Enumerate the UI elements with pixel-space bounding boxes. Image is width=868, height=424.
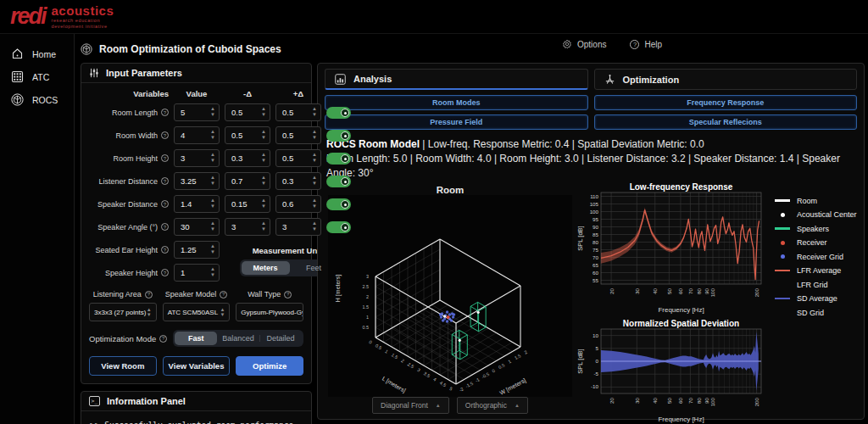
select-speaker-model[interactable]: ATC SCM50ASL▲▼ [163,303,231,321]
mode-option-balanced[interactable]: Balanced [217,332,259,345]
info-icon[interactable]: ? [284,291,292,298]
spinner-arrows[interactable]: ▲▼ [261,152,266,164]
spinner-arrows[interactable]: ▲▼ [312,129,317,141]
info-icon[interactable]: ? [161,246,169,254]
param-value-input[interactable]: 4▲▼ [174,126,220,144]
frequency-response-button[interactable]: Frequency Response [594,95,858,110]
info-icon[interactable]: ? [220,291,227,298]
legend-item-room[interactable]: Room [774,193,857,208]
param-value-input[interactable]: 1.4▲▼ [174,195,220,213]
bar-chart-icon [335,74,346,85]
svg-text:20: 20 [609,288,615,294]
spinner-arrows[interactable]: ▲▼ [312,198,317,209]
unit-option-meters[interactable]: Meters [242,261,290,275]
spinner-arrows[interactable]: ▲▼ [261,220,266,232]
info-icon[interactable]: ? [161,269,169,276]
param-value-input[interactable]: 1.25▲▼ [174,241,220,259]
spinner-arrows[interactable]: ▲▼ [210,220,215,232]
tab-optimization[interactable]: Optimization [594,69,858,90]
info-icon[interactable]: ? [161,154,169,162]
spinner-arrows[interactable]: ▲▼ [312,175,317,187]
spatial-deviation-chart[interactable]: 2030405060708090100200-10-50510Normalize… [576,318,765,424]
param-plus-delta-input[interactable]: 0.6▲▼ [275,195,321,213]
param-minus-delta-input[interactable]: 0.5▲▼ [225,126,270,144]
optimize-button[interactable]: Optimize [236,356,303,376]
svg-text:100: 100 [709,398,715,407]
spinner-arrows[interactable]: ▲▼ [210,152,215,164]
active-toggle[interactable] [326,221,351,233]
select-wall-type[interactable]: Gypsum-Plywood-Gyps▲▼ [236,303,303,321]
sidebar-item-rocs[interactable]: ROCS [0,88,74,111]
param-minus-delta-input[interactable]: 0.5▲▼ [225,103,270,121]
info-icon[interactable]: ? [161,177,169,185]
active-toggle[interactable] [326,130,351,142]
legend-item-lfr-grid[interactable]: LFR Grid [774,277,857,292]
param-minus-delta-input[interactable]: 0.15▲▼ [225,195,270,213]
field-value: 0.5 [282,108,293,117]
select-listening-area[interactable]: 3x3x3 (27 points)▲▼ [89,303,157,321]
info-icon[interactable]: ? [145,291,153,298]
spinner-arrows[interactable]: ▲▼ [210,106,215,118]
spinner-arrows[interactable]: ▲▼ [210,243,215,255]
room-modes-button[interactable]: Room Modes [325,95,588,110]
spinner-arrows[interactable]: ▲▼ [210,198,215,209]
param-plus-delta-input[interactable]: 0.5▲▼ [275,103,321,121]
param-value-input[interactable]: 5▲▼ [174,103,220,121]
options-button[interactable]: Options [562,39,606,49]
active-toggle[interactable] [326,198,351,210]
view-angle-select[interactable]: Diagonal Front▲ [372,397,449,414]
spinner-arrows[interactable]: ▲▼ [210,175,215,187]
spinner-arrows[interactable]: ▲▼ [261,198,266,209]
pressure-field-button[interactable]: Pressure Field [325,114,588,130]
spinner-arrows[interactable]: ▲▼ [312,152,317,164]
info-icon[interactable]: ? [161,200,169,208]
param-value-input[interactable]: 3.25▲▼ [174,172,220,190]
param-minus-delta-input[interactable]: 3▲▼ [225,218,270,236]
active-toggle[interactable] [326,107,351,119]
legend-item-sd-grid[interactable]: SD Grid [774,305,857,320]
spinner-arrows[interactable]: ▲▼ [261,175,266,187]
legend-item-speakers[interactable]: Speakers [774,221,857,236]
legend-item-sd-average[interactable]: SD Average [774,292,857,306]
help-button[interactable]: ? Help [630,40,662,49]
mode-option-detailed[interactable]: Detailed [259,332,302,345]
info-icon[interactable]: ? [161,109,169,116]
sidebar-item-atc[interactable]: ATC [0,65,74,88]
spinner-arrows[interactable]: ▲▼ [312,106,317,118]
spinner-arrows[interactable]: ▲▼ [210,266,215,278]
spinner-arrows[interactable]: ▲▼ [261,106,266,118]
sidebar-item-home[interactable]: Home [0,42,74,65]
tab-analysis[interactable]: Analysis [325,69,588,90]
param-label: Seated Ear Height? [89,246,169,254]
active-toggle[interactable] [326,153,351,165]
legend-item-receiver-grid[interactable]: Receiver Grid [774,249,857,264]
param-minus-delta-input[interactable]: 0.3▲▼ [225,149,270,167]
info-icon[interactable]: ? [161,223,169,231]
param-value-input[interactable]: 30▲▼ [174,218,220,236]
param-plus-delta-input[interactable]: 0.5▲▼ [275,126,321,144]
legend-item-receiver[interactable]: Receiver [774,236,857,250]
param-value-input[interactable]: 1▲▼ [174,264,220,282]
spinner-arrows[interactable]: ▲▼ [261,129,266,141]
param-plus-delta-input[interactable]: 0.5▲▼ [275,149,321,167]
active-toggle[interactable] [326,176,351,187]
specular-reflecions-button[interactable]: Specular Reflecions [594,114,858,130]
mode-option-fast[interactable]: Fast [175,332,217,345]
low-frequency-response-chart[interactable]: 2030405060708090100200556065707580859095… [576,181,765,315]
legend-item-lfr-average[interactable]: LFR Average [774,264,857,278]
info-icon[interactable]: ? [161,131,169,139]
unit-option-feet[interactable]: Feet [290,261,338,275]
view-variables-button[interactable]: View Variables [163,356,231,376]
param-plus-delta-input[interactable]: 3▲▼ [275,218,321,236]
info-icon[interactable]: ? [159,335,167,343]
projection-select[interactable]: Orthographic▲ [457,397,528,414]
param-minus-delta-input[interactable]: 0.7▲▼ [225,172,270,190]
room-3d-plot[interactable]: 00.511.522.533.544.55-2-1.5-1-0.500.511.… [328,195,572,397]
param-plus-delta-input[interactable]: 0.3▲▼ [275,172,321,190]
param-value-input[interactable]: 3▲▼ [174,149,220,167]
spinner-arrows[interactable]: ▲▼ [210,129,215,141]
view-room-button[interactable]: View Room [89,356,157,376]
legend-item-acoustical-center[interactable]: Acoustical Center [774,208,857,222]
spinner-arrows[interactable]: ▲▼ [312,220,317,232]
home-icon [11,47,24,60]
